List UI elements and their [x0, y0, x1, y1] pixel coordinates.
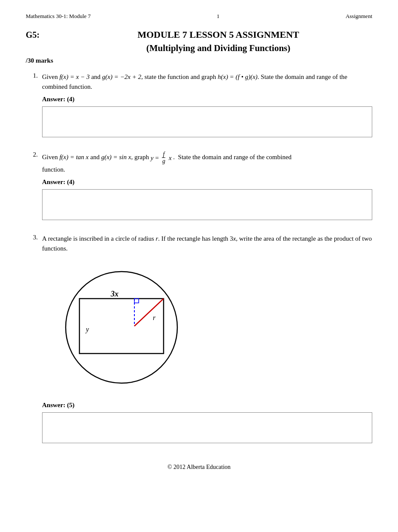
- label-3x: 3x: [110, 290, 118, 298]
- footer-text: © 2012 Alberta Education: [167, 464, 231, 470]
- svg-rect-4: [134, 299, 139, 303]
- q2-formula: y = f g x: [151, 151, 172, 165]
- questions-section: 1. Given f(x) = x − 3 and g(x) = −2x + 2…: [26, 72, 372, 451]
- question-3-answer-box: [42, 412, 372, 443]
- label-y: y: [85, 326, 89, 333]
- question-1-answer-box: [42, 106, 372, 137]
- svg-rect-1: [79, 299, 164, 354]
- question-1-text: Given f(x) = x − 3 and g(x) = −2x + 2, s…: [42, 72, 372, 91]
- subtitle: (Multiplying and Dividing Functions): [64, 43, 372, 54]
- question-1-body: Given f(x) = x − 3 and g(x) = −2x + 2, s…: [42, 72, 372, 145]
- question-3-number: 3.: [26, 234, 38, 451]
- question-2-number: 2.: [26, 151, 38, 228]
- question-1: 1. Given f(x) = x − 3 and g(x) = −2x + 2…: [26, 72, 372, 145]
- main-title-row: G5: MODULE 7 LESSON 5 ASSIGNMENT: [26, 29, 372, 40]
- question-3-answer-label: Answer: (5): [42, 402, 372, 409]
- header-left: Mathematics 30-1: Module 7: [26, 13, 91, 20]
- q1-gx: g(x) = −2x + 2: [102, 73, 141, 80]
- header-right: Assignment: [346, 13, 372, 20]
- question-1-answer-label: Answer: (4): [42, 96, 372, 103]
- footer: © 2012 Alberta Education: [26, 464, 372, 471]
- svg-point-0: [66, 272, 177, 383]
- question-3-text: A rectangle is inscribed in a circle of …: [42, 234, 372, 253]
- circle-diagram: 3x y r: [55, 261, 188, 394]
- question-2-answer-label: Answer: (4): [42, 178, 372, 186]
- diagram-container: 3x y r: [55, 261, 372, 394]
- header: Mathematics 30-1: Module 7 1 Assignment: [26, 13, 372, 20]
- question-2-text: Given f(x) = tan x and g(x) = sin x, gra…: [42, 151, 372, 174]
- question-2-answer-box: [42, 189, 372, 220]
- module-title: MODULE 7 LESSON 5 ASSIGNMENT: [64, 29, 372, 40]
- q2-fraction: f g: [161, 151, 166, 165]
- label-r: r: [153, 314, 156, 321]
- g5-label: G5:: [26, 30, 52, 40]
- question-1-number: 1.: [26, 72, 38, 145]
- q2-gx: g(x) = sin x: [101, 154, 131, 160]
- q1-hx: h(x) = (f • g)(x): [218, 73, 258, 80]
- header-center: 1: [217, 13, 220, 20]
- question-2: 2. Given f(x) = tan x and g(x) = sin x, …: [26, 151, 372, 228]
- question-3: 3. A rectangle is inscribed in a circle …: [26, 234, 372, 451]
- page: Mathematics 30-1: Module 7 1 Assignment …: [0, 0, 398, 532]
- q2-fx: f(x) = tan x: [59, 154, 88, 160]
- question-3-body: A rectangle is inscribed in a circle of …: [42, 234, 372, 451]
- q1-fx: f(x) = x − 3: [59, 73, 89, 80]
- marks: /30 marks: [26, 57, 372, 64]
- question-2-body: Given f(x) = tan x and g(x) = sin x, gra…: [42, 151, 372, 228]
